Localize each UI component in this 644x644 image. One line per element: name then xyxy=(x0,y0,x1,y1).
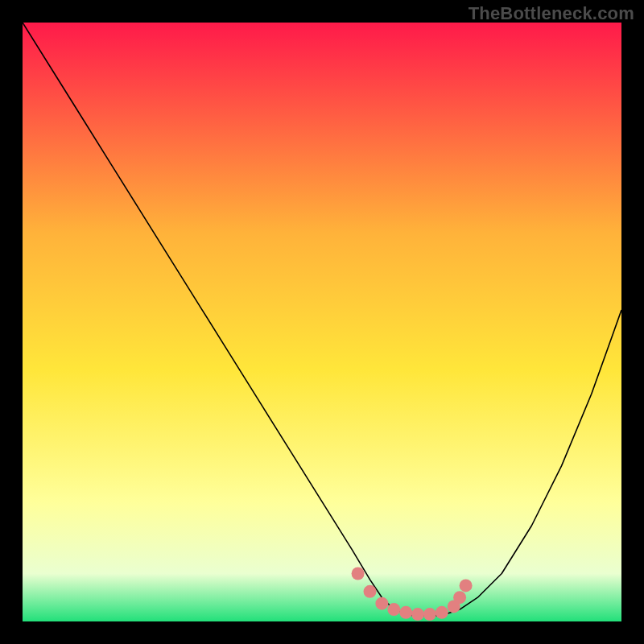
marker-dot xyxy=(387,603,400,616)
marker-dot xyxy=(411,608,424,621)
chart-frame: TheBottleneck.com xyxy=(0,0,644,644)
marker-dot xyxy=(453,591,466,604)
marker-dot xyxy=(423,608,436,621)
chart-svg xyxy=(23,23,621,621)
watermark-text: TheBottleneck.com xyxy=(469,3,634,24)
marker-dot xyxy=(436,606,448,619)
marker-dot xyxy=(375,597,388,610)
marker-dot xyxy=(364,585,377,598)
marker-dot xyxy=(352,568,365,580)
plot-area xyxy=(23,23,621,621)
gradient-background xyxy=(23,23,621,621)
marker-dot xyxy=(399,606,412,619)
marker-dot xyxy=(460,579,473,592)
